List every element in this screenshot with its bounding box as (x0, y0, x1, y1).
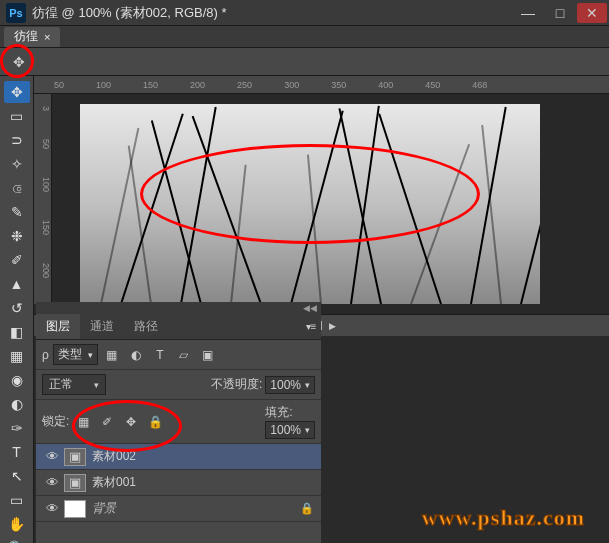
filter-type-select[interactable]: 类型 ▾ (53, 344, 98, 365)
brush-tool[interactable]: ✐ (4, 249, 30, 271)
path-select-tool[interactable]: ↖ (4, 465, 30, 487)
annotation-move-tool-circle (0, 44, 34, 78)
shape-tool[interactable]: ▭ (4, 489, 30, 511)
visibility-toggle[interactable]: 👁 (40, 449, 64, 464)
blend-opacity-bar: 正常▾ 不透明度: 100%▾ (36, 370, 321, 400)
healing-brush-tool[interactable]: ❉ (4, 225, 30, 247)
minimize-button[interactable]: — (513, 3, 543, 23)
ruler-vertical: 3 50 100 150 200 (34, 94, 52, 304)
document-tab-bar: 彷徨 × (0, 26, 609, 48)
tools-panel: ✥ ▭ ⊃ ✧ ⟃ ✎ ❉ ✐ ▲ ↺ ◧ ▦ ◉ ◐ ✑ T ↖ ▭ ✋ 🔍 (0, 76, 34, 543)
panel-grip[interactable]: ◀◀ (36, 302, 321, 314)
fill-label: 填充: (265, 405, 292, 419)
lock-label: 锁定: (42, 413, 69, 430)
gradient-tool[interactable]: ▦ (4, 345, 30, 367)
layers-list: 👁 ▣ 素材002 👁 ▣ 素材001 👁 背景 🔒 (36, 444, 321, 543)
lock-icon: 🔒 (297, 502, 317, 515)
zoom-tool[interactable]: 🔍 (4, 537, 30, 543)
marquee-tool[interactable]: ▭ (4, 105, 30, 127)
maximize-button[interactable]: □ (545, 3, 575, 23)
document-tab-label: 彷徨 (14, 28, 38, 45)
watermark: www.pshaz.com (422, 505, 585, 531)
filter-pixel-icon[interactable]: ▦ (102, 346, 122, 364)
smart-object-thumb-icon[interactable]: ▣ (64, 448, 86, 466)
title-bar: Ps 彷徨 @ 100% (素材002, RGB/8) * — □ ✕ (0, 0, 609, 26)
layer-filter-bar: ρ 类型 ▾ ▦ ◐ T ▱ ▣ (36, 340, 321, 370)
lasso-tool[interactable]: ⊃ (4, 129, 30, 151)
layer-row[interactable]: 👁 ▣ 素材001 (36, 470, 321, 496)
layer-row[interactable]: 👁 ▣ 素材002 (36, 444, 321, 470)
history-brush-tool[interactable]: ↺ (4, 297, 30, 319)
annotation-canvas-ellipse (140, 144, 480, 244)
document-canvas[interactable] (80, 104, 540, 304)
tab-layers[interactable]: 图层 (36, 314, 80, 339)
crop-tool[interactable]: ⟃ (4, 177, 30, 199)
type-tool[interactable]: T (4, 441, 30, 463)
tab-paths[interactable]: 路径 (124, 314, 168, 339)
blend-mode-select[interactable]: 正常▾ (42, 374, 106, 395)
panel-menu-icon[interactable]: ▾≡ (301, 314, 321, 339)
visibility-toggle[interactable]: 👁 (40, 501, 64, 516)
close-button[interactable]: ✕ (577, 3, 607, 23)
pen-tool[interactable]: ✑ (4, 417, 30, 439)
search-glyph: ρ (42, 348, 49, 362)
layer-name[interactable]: 背景 (92, 500, 297, 517)
filter-adjust-icon[interactable]: ◐ (126, 346, 146, 364)
ruler-horizontal: 50 100 150 200 250 300 350 400 450 468 (34, 76, 609, 94)
window-title: 彷徨 @ 100% (素材002, RGB/8) * (32, 4, 513, 22)
stamp-tool[interactable]: ▲ (4, 273, 30, 295)
tab-close-icon[interactable]: × (44, 31, 50, 43)
status-menu-icon[interactable]: ▶ (329, 321, 336, 331)
collapse-icon[interactable]: ◀◀ (303, 303, 317, 313)
hand-tool[interactable]: ✋ (4, 513, 30, 535)
annotation-layers-circle (72, 400, 182, 452)
blur-tool[interactable]: ◉ (4, 369, 30, 391)
eraser-tool[interactable]: ◧ (4, 321, 30, 343)
filter-shape-icon[interactable]: ▱ (174, 346, 194, 364)
filter-type-icon[interactable]: T (150, 346, 170, 364)
fill-input[interactable]: 100%▾ (265, 421, 315, 439)
filter-smart-icon[interactable]: ▣ (198, 346, 218, 364)
opacity-label: 不透明度: (211, 376, 262, 393)
move-tool[interactable]: ✥ (4, 81, 30, 103)
opacity-input[interactable]: 100%▾ (265, 376, 315, 394)
magic-wand-tool[interactable]: ✧ (4, 153, 30, 175)
options-bar: ✥ (0, 48, 609, 76)
dodge-tool[interactable]: ◐ (4, 393, 30, 415)
eyedropper-tool[interactable]: ✎ (4, 201, 30, 223)
photoshop-icon: Ps (6, 3, 26, 23)
layer-row[interactable]: 👁 背景 🔒 (36, 496, 321, 522)
canvas-container (52, 94, 609, 314)
layer-name[interactable]: 素材001 (92, 474, 317, 491)
visibility-toggle[interactable]: 👁 (40, 475, 64, 490)
smart-object-thumb-icon[interactable]: ▣ (64, 474, 86, 492)
tab-channels[interactable]: 通道 (80, 314, 124, 339)
layer-thumb-icon[interactable] (64, 500, 86, 518)
